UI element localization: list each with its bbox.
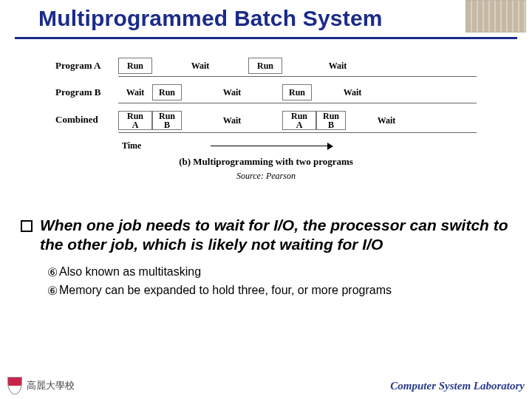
row-baseline [118,75,477,77]
circled-bullet-icon: ⑥ [46,265,59,279]
segment-sub: A [296,120,303,129]
time-axis: Time [55,140,477,151]
row-track: Run Wait Run Wait [118,58,477,74]
segment: Run [152,84,182,100]
slide: Multiprogrammed Batch System Program A R… [0,0,532,399]
footer-left: 高麗大學校 [7,377,75,395]
diagram-row-program-a: Program A Run Wait Run Wait [55,58,477,74]
circled-bullet-icon: ⑥ [46,284,59,298]
row-label: Program B [55,86,118,98]
row-baseline [118,102,477,103]
segment-sub: B [164,120,170,129]
segment: Wait [182,111,282,130]
segment: Run B [316,111,346,130]
segment: Wait [118,84,152,100]
header-decorative-image [466,0,526,33]
row-baseline [118,132,477,133]
segment: Run A [282,111,316,130]
row-track: Wait Run Wait Run Wait [118,84,477,100]
row-label: Program A [55,60,118,72]
segment-sub: A [132,120,139,129]
body-content: When one job needs to wait for I/O, the … [21,216,511,302]
university-logo-icon [7,377,22,395]
segment: Wait [282,58,393,74]
sub-bullet-item: ⑥ Also known as multitasking [46,265,511,279]
row-label: Combined [55,111,118,126]
sub-bullet-text: Memory can be expanded to hold three, fo… [59,284,392,297]
footer-right-text: Computer System Laboratory [390,380,525,392]
diagram-caption: (b) Multiprogramming with two programs [55,156,477,168]
segment: Wait [346,111,427,130]
arrow-head-icon [327,143,333,150]
row-track: Run A Run B Wait Run A Run B Wait [118,111,477,130]
footer: 高麗大學校 Computer System Laboratory [7,377,525,395]
segment: Run [248,58,282,74]
segment: Wait [182,84,282,100]
square-bullet-icon [21,220,33,232]
sub-bullet-item: ⑥ Memory can be expanded to hold three, … [46,284,511,298]
segment-sub: B [328,120,334,129]
footer-left-text: 高麗大學校 [27,379,75,392]
sub-bullet-text: Also known as multitasking [59,265,201,279]
time-arrow [211,143,477,150]
diagram-row-program-b: Program B Wait Run Wait Run Wait [55,84,477,100]
segment: Run [282,84,312,100]
segment: Run B [152,111,182,130]
bullet-item: When one job needs to wait for I/O, the … [21,216,511,255]
sub-bullets: ⑥ Also known as multitasking ⑥ Memory ca… [46,265,511,298]
segment: Run [118,58,152,74]
diagram-source: Source: Pearson [55,171,477,182]
timing-diagram: Program A Run Wait Run Wait Program B Wa… [55,58,477,182]
arrow-line [211,146,329,146]
title-underline [15,37,517,39]
segment: Wait [312,84,393,100]
segment: Wait [152,58,248,74]
time-label: Time [55,140,211,151]
diagram-row-combined: Combined Run A Run B Wait Run A Run B [55,111,477,130]
bullet-text: When one job needs to wait for I/O, the … [40,216,511,255]
segment: Run A [118,111,152,130]
slide-title: Multiprogrammed Batch System [38,6,383,31]
